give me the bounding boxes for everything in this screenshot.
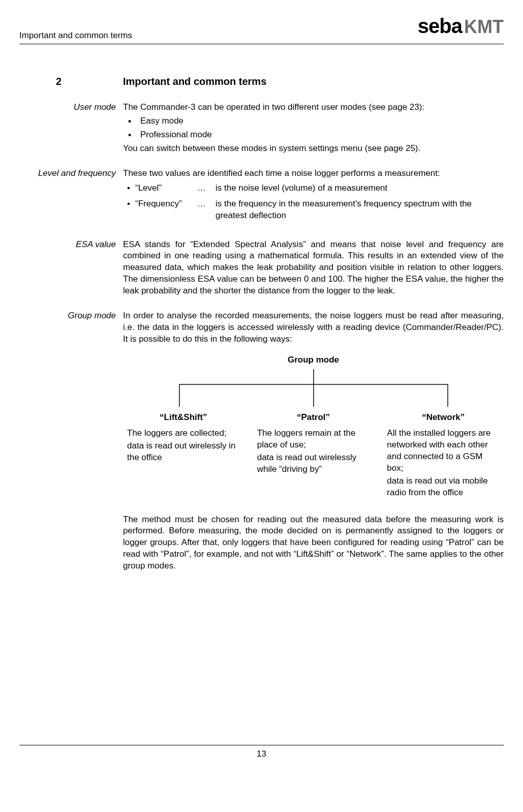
esa-text: ESA stands for “Extended Spectral Analys… xyxy=(123,239,504,297)
group-mode-intro: In order to analyse the recorded measure… xyxy=(123,310,504,345)
group-mode-row: Group mode In order to analyse the recor… xyxy=(19,310,504,572)
section-heading-row: 2 Important and common terms xyxy=(19,75,504,88)
col-title: “Patrol” xyxy=(253,412,374,424)
level-freq-row: Level and frequency These two values are… xyxy=(19,168,504,226)
page-number: 13 xyxy=(257,749,266,759)
def-desc: is the frequency in the measurement's fr… xyxy=(216,198,504,226)
group-mode-label: Group mode xyxy=(19,310,123,572)
logo-seba: seba xyxy=(418,12,462,40)
level-freq-label: Level and frequency xyxy=(19,168,123,226)
definition-table: • “Level” … is the noise level (volume) … xyxy=(123,183,504,226)
logo-kmt: KMT xyxy=(464,15,504,40)
user-mode-row: User mode The Commander-3 can be operate… xyxy=(19,102,504,155)
col-network: “Network” All the installed loggers are … xyxy=(383,412,504,500)
user-mode-label: User mode xyxy=(19,102,123,155)
col-body-line: The loggers remain at the place of use; xyxy=(257,428,370,451)
def-term: “Level” xyxy=(135,183,197,198)
list-item: Professional mode xyxy=(123,129,504,141)
section-title: Important and common terms xyxy=(123,76,266,87)
col-body-line: data is read out via mobile radio from t… xyxy=(387,475,500,499)
page-footer: 13 xyxy=(19,745,504,760)
col-title: “Network” xyxy=(383,412,504,424)
user-mode-outro: You can switch between these modes in sy… xyxy=(123,143,504,155)
user-mode-intro: The Commander-3 can be operated in two d… xyxy=(123,102,504,113)
col-body-line: All the installed loggers are networked … xyxy=(387,428,500,474)
page-header: Important and common terms seba KMT xyxy=(19,12,504,44)
list-item: Easy mode xyxy=(123,115,504,127)
def-desc: is the noise level (volume) of a measure… xyxy=(216,183,504,198)
col-body-line: data is read out wirelessly in the offic… xyxy=(127,440,240,464)
col-lift-shift: “Lift&Shift” The loggers are collected; … xyxy=(123,412,244,500)
col-body-line: data is read out wirelessly while “drivi… xyxy=(257,452,370,475)
def-dots: … xyxy=(197,198,216,226)
esa-row: ESA value ESA stands for “Extended Spect… xyxy=(19,239,504,297)
tree-diagram-icon xyxy=(131,369,497,409)
def-dots: … xyxy=(197,183,216,198)
esa-label: ESA value xyxy=(19,239,123,297)
col-body-line: The loggers are collected; xyxy=(127,428,240,439)
level-freq-intro: These two values are identified each tim… xyxy=(123,168,504,179)
user-mode-list: Easy mode Professional mode xyxy=(123,115,504,141)
group-mode-outro: The method must be chosen for reading ou… xyxy=(123,514,504,573)
col-title: “Lift&Shift” xyxy=(123,412,244,424)
col-patrol: “Patrol” The loggers remain at the place… xyxy=(253,412,374,500)
def-term: “Frequency” xyxy=(135,198,197,226)
group-mode-columns: “Lift&Shift” The loggers are collected; … xyxy=(123,412,504,500)
section-number: 2 xyxy=(56,76,61,87)
header-title: Important and common terms xyxy=(19,30,132,42)
brand-logo: seba KMT xyxy=(418,12,504,42)
group-mode-tree-title: Group mode xyxy=(123,354,504,366)
